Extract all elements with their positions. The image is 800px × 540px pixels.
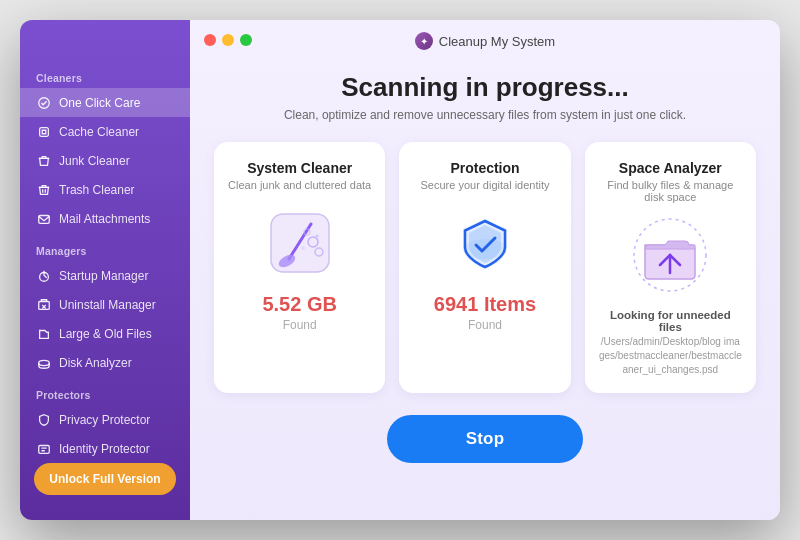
sidebar-item-one-click-care[interactable]: One Click Care xyxy=(20,88,190,117)
startup-icon xyxy=(36,268,51,283)
svg-point-14 xyxy=(315,235,318,238)
one-click-care-icon xyxy=(36,95,51,110)
system-cleaner-value: 5.52 GB xyxy=(262,293,336,316)
main-window: Cleaners One Click Care Cache Cleaner Ju… xyxy=(20,20,780,520)
space-analyzer-card: Space Analyzer Find bulky files & manage… xyxy=(585,142,756,393)
stop-button[interactable]: Stop xyxy=(387,415,583,463)
svg-rect-4 xyxy=(38,301,49,309)
minimize-button[interactable] xyxy=(222,34,234,46)
sidebar-item-mail-attachments[interactable]: Mail Attachments xyxy=(20,204,190,233)
sidebar-item-startup-manager[interactable]: Startup Manager xyxy=(20,261,190,290)
svg-point-5 xyxy=(38,360,49,365)
sidebar-item-cache-cleaner[interactable]: Cache Cleaner xyxy=(20,117,190,146)
mail-icon xyxy=(36,211,51,226)
window-controls xyxy=(204,34,252,46)
system-cleaner-illustration xyxy=(260,203,340,283)
large-files-icon xyxy=(36,326,51,341)
sidebar-item-junk-cleaner[interactable]: Junk Cleaner xyxy=(20,146,190,175)
close-button[interactable] xyxy=(204,34,216,46)
sidebar-item-uninstall-manager[interactable]: Uninstall Manager xyxy=(20,290,190,319)
protection-svg xyxy=(449,207,521,279)
protectors-section-label: Protectors xyxy=(20,377,190,405)
cleaners-section-label: Cleaners xyxy=(20,60,190,88)
protection-card-subtitle: Secure your digital identity xyxy=(420,179,549,191)
junk-cleaner-icon xyxy=(36,153,51,168)
space-analyzer-card-subtitle: Find bulky files & manage disk space xyxy=(599,179,742,203)
sidebar-item-disk-analyzer[interactable]: Disk Analyzer xyxy=(20,348,190,377)
svg-rect-2 xyxy=(38,215,49,223)
cards-row: System Cleaner Clean junk and cluttered … xyxy=(190,142,780,393)
folder-svg xyxy=(640,227,700,282)
space-analyzer-path: /Users/admin/Desktop/blog images/bestmac… xyxy=(599,335,742,377)
protection-card: Protection Secure your digital identity xyxy=(399,142,570,393)
protection-card-title: Protection xyxy=(450,160,519,176)
trash-cleaner-icon xyxy=(36,182,51,197)
cache-cleaner-icon xyxy=(36,124,51,139)
privacy-icon xyxy=(36,412,51,427)
sidebar-item-trash-cleaner[interactable]: Trash Cleaner xyxy=(20,175,190,204)
identity-icon xyxy=(36,441,51,456)
svg-rect-1 xyxy=(39,127,48,136)
managers-section-label: Managers xyxy=(20,233,190,261)
svg-rect-6 xyxy=(38,445,49,453)
scan-heading: Scanning in progress... xyxy=(341,72,629,103)
sidebar-item-privacy-protector[interactable]: Privacy Protector xyxy=(20,405,190,434)
cleaner-svg xyxy=(261,204,339,282)
protection-found-label: Found xyxy=(468,318,502,332)
protection-value: 6941 Items xyxy=(434,293,536,316)
system-cleaner-card-title: System Cleaner xyxy=(247,160,352,176)
title-bar: ✦ Cleanup My System xyxy=(190,20,780,56)
scan-subheading: Clean, optimize and remove unnecessary f… xyxy=(284,108,686,122)
sidebar-item-identity-protector[interactable]: Identity Protector xyxy=(20,434,190,463)
space-analyzer-scanning-label: Looking for unneeded files xyxy=(599,309,742,333)
uninstall-icon xyxy=(36,297,51,312)
space-analyzer-card-title: Space Analyzer xyxy=(619,160,722,176)
protection-illustration xyxy=(445,203,525,283)
space-analyzer-illustration xyxy=(630,215,710,295)
disk-icon xyxy=(36,355,51,370)
unlock-full-version-button[interactable]: Unlock Full Version xyxy=(34,463,176,495)
sidebar-item-large-old-files[interactable]: Large & Old Files xyxy=(20,319,190,348)
maximize-button[interactable] xyxy=(240,34,252,46)
system-cleaner-card: System Cleaner Clean junk and cluttered … xyxy=(214,142,385,393)
sidebar: Cleaners One Click Care Cache Cleaner Ju… xyxy=(20,20,190,520)
svg-point-13 xyxy=(301,246,305,250)
system-cleaner-card-subtitle: Clean junk and cluttered data xyxy=(228,179,371,191)
app-title: ✦ Cleanup My System xyxy=(415,32,555,50)
main-content: ✦ Cleanup My System Scanning in progress… xyxy=(190,20,780,520)
system-cleaner-found-label: Found xyxy=(283,318,317,332)
app-logo: ✦ xyxy=(415,32,433,50)
